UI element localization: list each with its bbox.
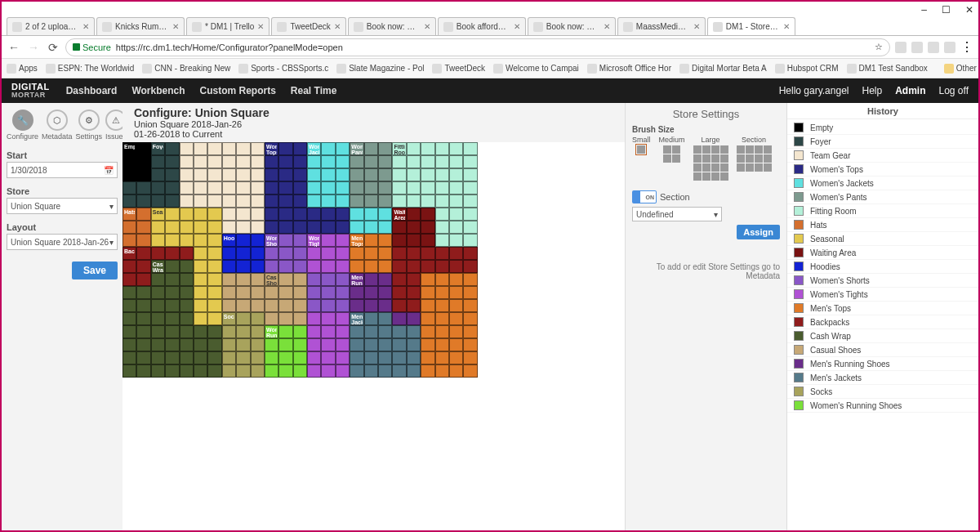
store-map-grid[interactable]: EmptyFoyerWomen's TopsWomen's JacketsWom…: [122, 142, 625, 378]
map-cell[interactable]: [421, 312, 434, 325]
map-cell[interactable]: [449, 221, 463, 234]
map-cell[interactable]: [236, 155, 250, 168]
map-cell[interactable]: Fitting Room: [392, 142, 406, 155]
map-cell[interactable]: [392, 364, 406, 378]
tool-settings[interactable]: ⚙Settings: [76, 108, 103, 142]
map-cell[interactable]: [236, 299, 250, 312]
map-cell[interactable]: [364, 338, 378, 351]
map-cell[interactable]: [251, 312, 265, 325]
map-cell[interactable]: [265, 312, 278, 325]
map-cell[interactable]: [336, 299, 350, 312]
map-cell[interactable]: [378, 260, 392, 273]
map-cell[interactable]: [421, 273, 434, 286]
map-cell[interactable]: [165, 286, 179, 299]
map-cell[interactable]: [307, 338, 321, 351]
map-cell[interactable]: [435, 273, 449, 286]
map-cell[interactable]: [449, 286, 463, 299]
map-cell[interactable]: [122, 168, 136, 181]
map-cell[interactable]: Men's Jackets: [350, 312, 363, 325]
map-cell[interactable]: [378, 338, 392, 351]
map-cell[interactable]: [435, 181, 449, 194]
map-cell[interactable]: [435, 247, 449, 260]
map-cell[interactable]: [407, 221, 421, 234]
map-cell[interactable]: [207, 312, 221, 325]
map-cell[interactable]: [293, 181, 307, 194]
map-cell[interactable]: [435, 364, 449, 378]
bookmark-item[interactable]: DM1 Test Sandbox: [847, 64, 928, 74]
map-cell[interactable]: Cash Wrap: [151, 260, 165, 273]
map-cell[interactable]: Women's Running Shoes: [265, 325, 278, 338]
map-cell[interactable]: [463, 234, 477, 247]
legend-item[interactable]: Men's Jackets: [787, 371, 978, 385]
map-cell[interactable]: [207, 260, 221, 273]
map-cell[interactable]: [321, 142, 335, 155]
browser-tab[interactable]: * DM1 | Trello✕: [186, 17, 270, 35]
bookmark-item[interactable]: Slate Magazine - Pol: [336, 64, 424, 74]
map-cell[interactable]: [207, 325, 221, 338]
map-cell[interactable]: [180, 286, 194, 299]
map-cell[interactable]: [463, 273, 477, 286]
map-cell[interactable]: [122, 286, 136, 299]
legend-item[interactable]: Hoodies: [787, 260, 978, 274]
map-cell[interactable]: [136, 286, 150, 299]
map-cell[interactable]: [321, 194, 335, 208]
map-cell[interactable]: [278, 247, 292, 260]
map-cell[interactable]: [236, 325, 250, 338]
map-cell[interactable]: [180, 234, 194, 247]
map-cell[interactable]: [251, 155, 265, 168]
map-cell[interactable]: [350, 194, 363, 208]
store-select[interactable]: Union Square▾: [7, 198, 118, 214]
map-cell[interactable]: [222, 273, 236, 286]
map-cell[interactable]: [449, 168, 463, 181]
map-cell[interactable]: Men's Tops: [350, 234, 363, 247]
map-cell[interactable]: [236, 208, 250, 221]
map-cell[interactable]: [364, 221, 378, 234]
map-cell[interactable]: [307, 273, 321, 286]
legend-item[interactable]: Women's Jackets: [787, 177, 978, 190]
map-cell[interactable]: [236, 286, 250, 299]
bookmark-item[interactable]: TweetDeck: [432, 64, 484, 74]
map-cell[interactable]: [421, 194, 434, 208]
map-cell[interactable]: [151, 364, 165, 378]
map-cell[interactable]: [378, 364, 392, 378]
legend-item[interactable]: Casual Shoes: [787, 343, 978, 357]
tool-metadata[interactable]: ⬡Metadata: [42, 108, 73, 142]
map-cell[interactable]: [463, 325, 477, 338]
map-cell[interactable]: [392, 260, 406, 273]
map-cell[interactable]: [180, 221, 194, 234]
map-cell[interactable]: [321, 260, 335, 273]
map-cell[interactable]: [378, 325, 392, 338]
tab-close-icon[interactable]: ✕: [172, 22, 179, 31]
nav-reload-button[interactable]: ⟳: [46, 41, 60, 54]
map-cell[interactable]: [449, 325, 463, 338]
map-cell[interactable]: [251, 338, 265, 351]
map-cell[interactable]: [265, 208, 278, 221]
map-cell[interactable]: Women's Shorts: [265, 234, 278, 247]
map-cell[interactable]: [321, 168, 335, 181]
map-cell[interactable]: [194, 155, 207, 168]
map-cell[interactable]: [378, 312, 392, 325]
browser-tab[interactable]: Knicks Rumors: Joakim✕: [96, 17, 185, 35]
map-cell[interactable]: [194, 338, 207, 351]
tab-close-icon[interactable]: ✕: [693, 22, 700, 31]
map-cell[interactable]: [392, 247, 406, 260]
map-cell[interactable]: [222, 364, 236, 378]
map-cell[interactable]: Hoodies: [222, 234, 236, 247]
map-cell[interactable]: [350, 208, 363, 221]
map-cell[interactable]: [421, 299, 434, 312]
map-cell[interactable]: [278, 325, 292, 338]
map-cell[interactable]: [194, 364, 207, 378]
map-cell[interactable]: [136, 221, 150, 234]
map-cell[interactable]: [336, 247, 350, 260]
map-cell[interactable]: [463, 351, 477, 364]
map-cell[interactable]: [165, 351, 179, 364]
map-cell[interactable]: [449, 142, 463, 155]
legend-item[interactable]: Backpacks: [787, 315, 978, 329]
section-toggle[interactable]: ON: [632, 190, 657, 203]
map-cell[interactable]: [435, 221, 449, 234]
map-cell[interactable]: [293, 194, 307, 208]
map-cell[interactable]: [293, 208, 307, 221]
map-cell[interactable]: Foyer: [151, 142, 165, 155]
map-cell[interactable]: [336, 312, 350, 325]
legend-item[interactable]: Women's Pants: [787, 190, 978, 204]
